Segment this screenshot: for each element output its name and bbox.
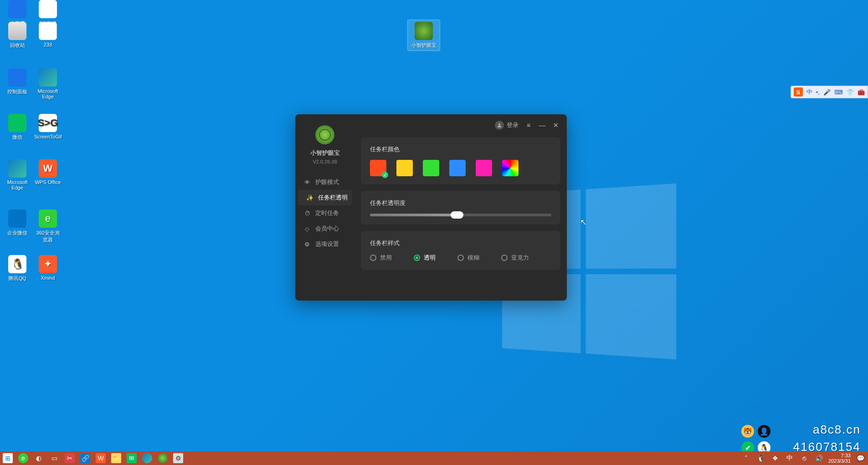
notifications-icon[interactable]: 💬 [855,453,865,463]
section-title: 任务栏样式 [370,239,551,247]
ime-lang[interactable]: 中 [806,88,812,96]
app-icon [8,159,26,178]
taskbar-app-xiaozhi[interactable] [158,453,168,463]
taskbar-clock[interactable]: 7:33 2023/3/31 [828,453,851,464]
desktop-icon[interactable]: Microsoft Edge [4,159,31,190]
app-icon [8,22,26,40]
desktop-icon-label: 回收站 [4,42,31,49]
taskbar-app-snip[interactable]: ✂ [65,453,75,463]
color-swatch-5[interactable] [502,160,519,176]
taskbar-date: 2023/3/31 [828,458,851,464]
taskbar-app-link[interactable]: 🔗 [80,453,90,463]
style-radio-1[interactable]: 透明 [414,254,436,262]
tray-icon[interactable]: ⎋ [799,453,809,463]
taskbar-time: 7:33 [828,453,851,458]
desktop-icon[interactable]: e360安全浏览器 [34,210,62,243]
nav-item-1[interactable]: ✨任务栏透明 [298,190,352,205]
desktop-icon-label: 360安全浏览器 [34,230,62,243]
radio-label: 透明 [424,254,436,262]
color-swatch-0[interactable] [370,160,386,176]
ime-tool-icon[interactable]: 🧰 [858,89,865,96]
login-button[interactable]: 登录 [495,121,519,130]
radio-dot-icon [501,255,508,261]
app-icon [8,114,26,132]
taskbar-app-explorer[interactable]: 📁 [111,453,121,463]
app-sidebar: 小智护眼宝 V2.0.26.38 👁护眼模式✨任务栏透明⏱定时任务◇会员中心⚙选… [295,114,354,301]
tray-volume-icon[interactable]: 🔊 [814,453,824,463]
desktop-icon-label: WPS Office [34,179,62,185]
desktop-icon[interactable]: 233 [34,22,62,47]
section-taskbar-color: 任务栏颜色 [361,137,560,184]
radio-label: 模糊 [467,254,479,262]
desktop-icon[interactable]: 回收站 [4,22,31,49]
ime-punct-icon[interactable]: •, [816,89,820,96]
nav-item-4[interactable]: ⚙选项设置 [295,236,354,252]
radio-label: 亚克力 [511,254,529,262]
desktop-icon-label: Xmind [34,275,62,281]
nav-label: 选项设置 [315,240,339,248]
taskbar-app-edge[interactable] [142,453,152,463]
nav-item-0[interactable]: 👁护眼模式 [295,174,354,190]
close-icon[interactable]: ✕ [552,122,560,129]
ime-mic-icon[interactable]: 🎤 [823,89,831,96]
desktop-icon-label: 233 [34,42,62,47]
desktop-icon[interactable]: 微信 [4,114,31,141]
desktop-icon[interactable]: S>GScreenToGif [34,114,62,139]
taskbar-app-wechat[interactable]: ✉ [127,453,137,463]
style-radio-2[interactable]: 模糊 [457,254,479,262]
desktop-icon[interactable]: 🐧腾讯QQ [4,255,31,282]
sidebar-nav: 👁护眼模式✨任务栏透明⏱定时任务◇会员中心⚙选项设置 [295,174,354,252]
nav-item-3[interactable]: ◇会员中心 [295,221,354,236]
nav-item-2[interactable]: ⏱定时任务 [295,205,354,221]
style-radio-3[interactable]: 亚克力 [501,254,529,262]
app-icon [8,0,26,18]
color-swatch-1[interactable] [396,160,413,176]
desktop-icon-label: ScreenToGif [34,134,62,139]
app-icon [39,22,57,40]
taskbar-app-cortana[interactable]: ◐ [34,453,44,463]
watermark-badge: 👤 [758,425,770,438]
ime-keyboard-icon[interactable]: ⌨ [834,89,843,96]
tray-ime[interactable]: 中 [785,453,795,463]
watermark-badge: 🐯 [741,425,754,438]
nav-icon: ◇ [303,225,311,232]
color-swatch-2[interactable] [423,160,439,176]
app-icon: e [39,210,57,228]
desktop-icon[interactable]: 控制面板 [4,68,31,95]
color-swatch-3[interactable] [449,160,466,176]
radio-dot-icon [414,255,420,261]
app-icon: ✦ [39,255,57,273]
nav-label: 护眼模式 [315,178,339,186]
tray-icon[interactable]: 🐧 [755,453,765,463]
tray-chevron-up-icon[interactable]: ˄ [741,453,751,463]
minimize-icon[interactable]: — [539,122,546,129]
desktop-icon[interactable]: Microsoft Edge [34,68,62,99]
taskbar-app-taskview[interactable]: ▭ [49,453,59,463]
slider-thumb[interactable] [451,211,463,219]
desktop-icon-label: 腾讯QQ [4,275,31,282]
start-button[interactable]: ⊞ [3,453,13,463]
tray-icon[interactable]: ❖ [770,453,780,463]
desktop-icon[interactable]: WWPS Office [34,159,62,185]
radio-label: 禁用 [380,254,392,262]
taskbar-app-settings[interactable]: ⚙ [173,453,183,463]
app-icon: 🐧 [8,255,26,273]
desktop-icon-label: 小智护眼宝 [410,42,438,49]
app-icon [39,0,57,18]
user-icon [495,121,504,130]
desktop-icon-xiaozhi[interactable]: 小智护眼宝 [408,20,440,51]
taskbar-app-wps[interactable]: W [96,453,106,463]
app-icon [8,210,26,228]
desktop-icon-label: 微信 [4,134,31,141]
menu-icon[interactable]: ≡ [525,122,532,129]
style-radio-0[interactable]: 禁用 [370,254,392,262]
taskbar-app-360[interactable]: e [18,453,28,463]
ime-skin-icon[interactable]: 👕 [847,89,854,96]
desktop-icon[interactable]: 企业微信 [4,210,31,236]
opacity-slider[interactable] [370,214,551,216]
ime-toolbar[interactable]: S 中 •, 🎤 ⌨ 👕 🧰 [791,86,868,98]
radio-dot-icon [457,255,464,261]
nav-label: 任务栏透明 [318,194,348,202]
color-swatch-4[interactable] [476,160,492,176]
desktop-icon[interactable]: ✦Xmind [34,255,62,281]
